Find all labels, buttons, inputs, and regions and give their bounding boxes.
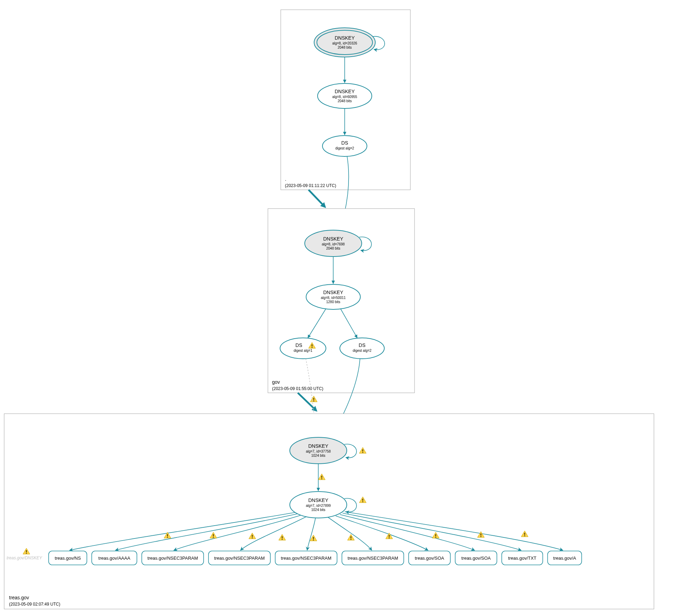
- root-zsk-l2: alg=8, id=60955: [332, 95, 357, 99]
- gov-ds2-l2: digest alg=2: [353, 349, 372, 352]
- gov-ksk-l2: alg=8, id=7698: [322, 242, 345, 246]
- rr-n3p3: treas.gov/NSEC3PARAM: [275, 551, 337, 565]
- gov-zsk-l3: 1280 bits: [326, 300, 341, 304]
- node-gov-zsk: DNSKEY alg=8, id=50011 1280 bits: [306, 284, 360, 309]
- treas-ksk-l2: alg=7, id=37758: [306, 449, 331, 453]
- node-treas-ghost-dnskey: treas.gov/DNSKEY: [7, 556, 42, 560]
- svg-point-11: [340, 338, 384, 359]
- rr-soa2: treas.gov/SOA: [455, 551, 497, 565]
- svg-text:treas.gov/AAAA: treas.gov/AAAA: [98, 556, 130, 561]
- svg-text:treas.gov/NSEC3PARAM: treas.gov/NSEC3PARAM: [281, 556, 331, 561]
- edge-deleg-root-gov: [309, 190, 325, 207]
- svg-text:treas.gov/NSEC3PARAM: treas.gov/NSEC3PARAM: [214, 556, 265, 561]
- node-gov-ds1: DS digest alg=1: [280, 338, 326, 359]
- node-root-ksk: DNSKEY alg=8, id=20326 2048 bits: [314, 28, 375, 57]
- svg-point-6: [322, 136, 367, 156]
- node-gov-ds2: DS digest alg=2: [340, 338, 384, 359]
- svg-point-10: [280, 338, 326, 359]
- root-ds-title: DS: [341, 140, 348, 146]
- zone-gov: gov (2023-05-09 01:55:00 UTC) DNSKEY alg…: [268, 209, 415, 393]
- treas-ksk-l3: 1024 bits: [311, 454, 326, 457]
- node-treas-zsk: DNSKEY alg=7, id=27899 1024 bits: [290, 492, 347, 518]
- root-zsk-l3: 2048 bits: [338, 99, 352, 103]
- root-zsk-title: DNSKEY: [335, 89, 355, 94]
- gov-ds2-title: DS: [359, 342, 365, 348]
- root-ds-l2: digest alg=2: [335, 146, 354, 150]
- zone-treas: treas.gov (2023-05-09 02:07:49 UTC) DNSK…: [4, 414, 654, 609]
- treas-ksk-title: DNSKEY: [308, 443, 328, 449]
- rr-a: treas.gov/A: [548, 551, 582, 565]
- gov-zsk-title: DNSKEY: [323, 290, 343, 295]
- dnssec-diagram: . (2023-05-09 01:11:22 UTC) DNSKEY alg=8…: [0, 0, 680, 616]
- root-ksk-title: DNSKEY: [335, 35, 355, 41]
- gov-zsk-l2: alg=8, id=50011: [321, 296, 346, 300]
- root-ksk-l3: 2048 bits: [338, 46, 352, 49]
- rr-aaaa: treas.gov/AAAA: [92, 551, 137, 565]
- node-root-zsk: DNSKEY alg=8, id=60955 2048 bits: [318, 83, 372, 108]
- treas-zsk-l3: 1024 bits: [311, 508, 326, 512]
- gov-ds1-title: DS: [295, 342, 302, 348]
- gov-ksk-l3: 2048 bits: [326, 246, 341, 250]
- svg-text:treas.gov/NS: treas.gov/NS: [55, 556, 81, 561]
- zone-root: . (2023-05-09 01:11:22 UTC) DNSKEY alg=8…: [281, 10, 410, 190]
- root-ksk-l2: alg=8, id=20326: [332, 41, 357, 45]
- svg-text:treas.gov/NSEC3PARAM: treas.gov/NSEC3PARAM: [147, 556, 198, 561]
- rr-txt: treas.gov/TXT: [502, 551, 543, 565]
- svg-text:treas.gov/TXT: treas.gov/TXT: [508, 556, 536, 561]
- svg-text:treas.gov/SOA: treas.gov/SOA: [461, 556, 491, 561]
- gov-ksk-title: DNSKEY: [323, 236, 343, 242]
- node-gov-ksk: DNSKEY alg=8, id=7698 2048 bits: [305, 230, 362, 257]
- svg-text:treas.gov/NSEC3PARAM: treas.gov/NSEC3PARAM: [347, 556, 398, 561]
- zone-treas-label: treas.gov: [9, 595, 29, 600]
- gov-ds1-l2: digest alg=1: [294, 349, 313, 352]
- zone-root-ts: (2023-05-09 01:11:22 UTC): [285, 183, 336, 188]
- treas-zsk-l2: alg=7, id=27899: [306, 504, 331, 508]
- rr-n3p4: treas.gov/NSEC3PARAM: [342, 551, 404, 565]
- rr-soa1: treas.gov/SOA: [409, 551, 450, 565]
- rr-ns: treas.gov/NS: [49, 551, 87, 565]
- node-root-ds: DS digest alg=2: [322, 136, 367, 156]
- treas-zsk-title: DNSKEY: [308, 497, 328, 503]
- node-treas-ksk: DNSKEY alg=7, id=37758 1024 bits: [290, 437, 347, 464]
- warning-icon: [310, 396, 317, 402]
- svg-text:treas.gov/A: treas.gov/A: [553, 556, 576, 561]
- zone-gov-ts: (2023-05-09 01:55:00 UTC): [272, 386, 323, 391]
- zone-treas-ts: (2023-05-09 02:07:49 UTC): [9, 602, 60, 607]
- rr-n3p1: treas.gov/NSEC3PARAM: [142, 551, 204, 565]
- zone-root-label: .: [285, 176, 286, 182]
- zone-gov-label: gov: [272, 379, 280, 385]
- rr-n3p2: treas.gov/NSEC3PARAM: [208, 551, 270, 565]
- svg-text:treas.gov/SOA: treas.gov/SOA: [415, 556, 444, 561]
